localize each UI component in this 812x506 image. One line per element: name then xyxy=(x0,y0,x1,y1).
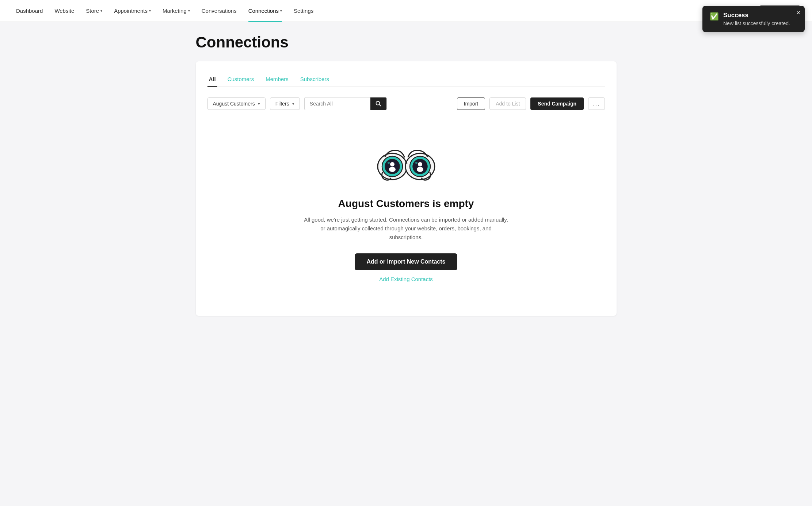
page-title: Connections xyxy=(196,34,617,51)
page-content: Connections All Customers Members Subscr… xyxy=(187,22,625,327)
search-wrapper xyxy=(304,97,387,110)
filters-chevron-icon: ▾ xyxy=(292,101,294,106)
nav-item-conversations[interactable]: Conversations xyxy=(197,0,241,22)
success-toast: ✅ Success New list successfully created.… xyxy=(702,6,805,32)
navigation: Dashboard Website Store ▾ Appointments ▾… xyxy=(0,0,812,22)
tab-customers[interactable]: Customers xyxy=(226,73,256,87)
search-input[interactable] xyxy=(305,98,370,110)
svg-line-1 xyxy=(379,105,381,106)
tab-bar: All Customers Members Subscribers xyxy=(207,73,605,87)
add-import-contacts-button[interactable]: Add or Import New Contacts xyxy=(355,253,457,270)
store-chevron-icon: ▾ xyxy=(100,9,102,13)
send-campaign-button[interactable]: Send Campaign xyxy=(530,97,584,110)
success-icon: ✅ xyxy=(710,12,719,21)
more-options-button[interactable]: ... xyxy=(588,97,605,110)
search-icon xyxy=(375,101,381,107)
list-dropdown-label: August Customers xyxy=(213,101,255,107)
appointments-chevron-icon: ▾ xyxy=(149,9,151,13)
filters-dropdown-button[interactable]: Filters ▾ xyxy=(270,97,300,110)
toolbar: August Customers ▾ Filters ▾ Import Add … xyxy=(207,97,605,110)
toast-title: Success xyxy=(723,12,797,19)
nav-item-settings[interactable]: Settings xyxy=(289,0,318,22)
empty-state-description: All good, we're just getting started. Co… xyxy=(304,215,508,242)
list-dropdown-chevron-icon: ▾ xyxy=(258,101,260,106)
svg-point-12 xyxy=(388,162,390,164)
main-card: All Customers Members Subscribers August… xyxy=(196,61,617,316)
filters-label: Filters xyxy=(275,101,289,107)
nav-item-marketing[interactable]: Marketing ▾ xyxy=(158,0,194,22)
marketing-chevron-icon: ▾ xyxy=(188,9,190,13)
nav-item-store[interactable]: Store ▾ xyxy=(81,0,107,22)
toast-close-button[interactable]: × xyxy=(796,9,800,16)
binoculars-illustration xyxy=(370,137,443,188)
nav-item-connections[interactable]: Connections ▾ xyxy=(244,0,286,22)
add-existing-contacts-link[interactable]: Add Existing Contacts xyxy=(379,276,433,282)
list-dropdown-button[interactable]: August Customers ▾ xyxy=(207,97,266,110)
empty-state-title: August Customers is empty xyxy=(338,198,474,210)
svg-point-13 xyxy=(415,162,418,164)
tab-all[interactable]: All xyxy=(207,73,217,87)
svg-point-6 xyxy=(390,162,394,166)
tab-members[interactable]: Members xyxy=(264,73,290,87)
toast-content: Success New list successfully created. xyxy=(723,12,797,26)
tab-subscribers[interactable]: Subscribers xyxy=(299,73,331,87)
nav-item-appointments[interactable]: Appointments ▾ xyxy=(110,0,155,22)
nav-menu: Dashboard Website Store ▾ Appointments ▾… xyxy=(12,0,318,22)
toast-message: New list successfully created. xyxy=(723,20,797,26)
nav-item-website[interactable]: Website xyxy=(50,0,79,22)
connections-chevron-icon: ▾ xyxy=(280,9,282,13)
svg-point-10 xyxy=(418,162,422,166)
svg-point-7 xyxy=(389,167,396,172)
add-to-list-button[interactable]: Add to List xyxy=(489,97,526,110)
search-button[interactable] xyxy=(370,97,386,110)
nav-item-dashboard[interactable]: Dashboard xyxy=(12,0,47,22)
empty-state: August Customers is empty All good, we'r… xyxy=(207,122,605,304)
svg-point-11 xyxy=(417,167,423,172)
import-button[interactable]: Import xyxy=(457,97,485,110)
